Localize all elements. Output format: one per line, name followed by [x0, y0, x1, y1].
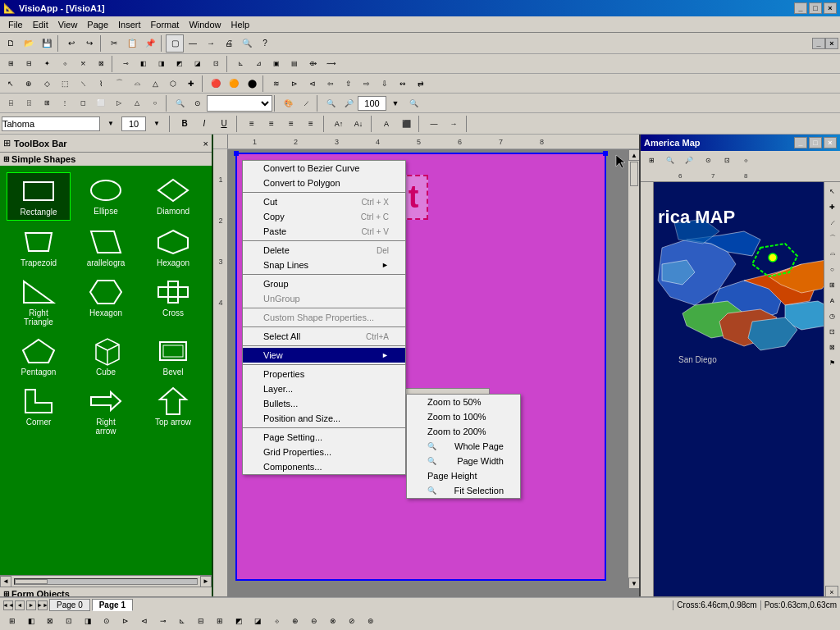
tb3-9[interactable]: △: [146, 75, 164, 93]
btb-2[interactable]: ◧: [22, 612, 40, 630]
tb2-4[interactable]: ⟐: [56, 55, 74, 73]
tb3-14[interactable]: ⬤: [243, 75, 261, 93]
map-rt-12[interactable]: ⚑: [825, 355, 840, 370]
tb4-9[interactable]: ○: [146, 94, 164, 112]
arrow-button[interactable]: →: [202, 34, 220, 52]
tb3-16[interactable]: ⊳: [285, 75, 304, 93]
btb-7[interactable]: ⊳: [116, 612, 135, 630]
cm-properties[interactable]: Properties: [243, 367, 405, 381]
cm-copy[interactable]: Copy Ctrl + C: [243, 209, 405, 224]
cm-components[interactable]: Components...: [243, 459, 405, 474]
btb-14[interactable]: ◪: [249, 612, 267, 630]
font-size-dropdown[interactable]: ▼: [148, 115, 166, 133]
btb-9[interactable]: ⊸: [154, 612, 172, 630]
tb4-fill[interactable]: 🎨: [279, 94, 297, 112]
cm-snap-lines[interactable]: Snap Lines ►: [243, 258, 405, 272]
map-rt-3[interactable]: ⟋: [825, 215, 840, 230]
menu-file[interactable]: File: [3, 18, 28, 31]
page-nav-next[interactable]: ►: [26, 600, 36, 610]
tb3-19[interactable]: ⇧: [340, 75, 358, 93]
cm-grid-properties[interactable]: Grid Properties...: [243, 445, 405, 459]
tb3-11[interactable]: ✚: [182, 75, 200, 93]
map-tb-6[interactable]: ⟐: [737, 151, 755, 169]
shape-cube[interactable]: Cube: [74, 333, 138, 380]
btb-15[interactable]: ⟐: [267, 612, 285, 630]
tb3-7[interactable]: ⌒: [110, 75, 128, 93]
tb3-5[interactable]: ⟍: [74, 75, 92, 93]
align-justify[interactable]: ≡: [302, 115, 320, 133]
tb2-8[interactable]: ◧: [135, 55, 153, 73]
shape-rectangle[interactable]: Rectangle: [7, 172, 71, 221]
undo-button[interactable]: ↩: [62, 34, 80, 52]
close-button[interactable]: ×: [824, 2, 837, 14]
tb4-7[interactable]: ▷: [110, 94, 128, 112]
cm-convert-bezier[interactable]: Convert to Bezier Curve: [243, 161, 405, 176]
cm-view[interactable]: View ►: [243, 348, 405, 363]
btb-12[interactable]: ⊞: [211, 612, 229, 630]
tb4-3[interactable]: ⊞: [38, 94, 56, 112]
map-tb-2[interactable]: 🔍: [661, 151, 679, 169]
tb2-14[interactable]: ⊿: [249, 55, 267, 73]
sm-page-width[interactable]: 🔍 Page Width: [407, 454, 520, 468]
tb3-17[interactable]: ⊲: [304, 75, 322, 93]
sm-zoom-50[interactable]: Zoom to 50%: [407, 395, 520, 409]
tb4-6[interactable]: ⬜: [92, 94, 110, 112]
page-nav-first[interactable]: ◄◄: [3, 600, 13, 610]
menu-page[interactable]: Page: [82, 18, 113, 31]
map-rt-9[interactable]: ◷: [825, 308, 840, 323]
tb3-1[interactable]: ↖: [2, 75, 20, 93]
tb2-9[interactable]: ◨: [153, 55, 171, 73]
font-size-input[interactable]: [121, 116, 146, 131]
cm-bullets[interactable]: Bullets...: [243, 396, 405, 411]
tb2-3[interactable]: ✦: [38, 55, 56, 73]
cm-group[interactable]: Group: [243, 276, 405, 291]
page-tab-1[interactable]: Page 1: [92, 599, 133, 611]
btb-20[interactable]: ⊚: [362, 612, 380, 630]
shape-diamond[interactable]: Diamond: [141, 172, 205, 221]
cm-position-size[interactable]: Position and Size...: [243, 411, 405, 426]
menu-help[interactable]: Help: [226, 18, 255, 31]
tb3-13[interactable]: 🟠: [225, 75, 243, 93]
tb4-5[interactable]: ◻: [74, 94, 92, 112]
tb3-10[interactable]: ⬡: [164, 75, 182, 93]
btb-19[interactable]: ⊘: [343, 612, 361, 630]
scroll-right[interactable]: ►: [200, 576, 212, 587]
tb3-22[interactable]: ↭: [394, 75, 412, 93]
zoom-menu[interactable]: 🔍: [404, 94, 422, 112]
btb-6[interactable]: ⊙: [98, 612, 116, 630]
tb4-1[interactable]: ⌸: [2, 94, 20, 112]
tb4-line[interactable]: ⟋: [297, 94, 315, 112]
map-minimize[interactable]: _: [794, 137, 807, 148]
menu-view[interactable]: View: [53, 18, 83, 31]
simple-shapes-header[interactable]: ⊞ Simple Shapes: [0, 153, 212, 166]
shape-hexagon2[interactable]: Hexagon: [74, 274, 138, 330]
italic-button[interactable]: I: [195, 115, 213, 133]
map-tb-5[interactable]: ⊡: [718, 151, 736, 169]
tb3-2[interactable]: ⊕: [20, 75, 38, 93]
tb2-16[interactable]: ▤: [285, 55, 304, 73]
line-end[interactable]: →: [445, 115, 463, 133]
font-bigger[interactable]: A↑: [330, 115, 348, 133]
zoom-in[interactable]: 🔎: [340, 94, 358, 112]
sm-fit-selection[interactable]: 🔍 Fit Selection: [407, 483, 520, 498]
cm-convert-polygon[interactable]: Convert to Polygon: [243, 176, 405, 190]
map-tb-3[interactable]: 🔎: [680, 151, 698, 169]
tb2-7[interactable]: ⊸: [116, 55, 135, 73]
vscrollbar[interactable]: ▲ ▼: [628, 149, 639, 589]
btb-1[interactable]: ⊞: [3, 612, 21, 630]
sm-zoom-100[interactable]: Zoom to 100%: [407, 409, 520, 424]
menu-insert[interactable]: Insert: [113, 18, 146, 31]
cm-select-all[interactable]: Select All Ctrl+A: [243, 329, 405, 344]
vscroll-up[interactable]: ▲: [628, 149, 639, 161]
tb4-8[interactable]: △: [128, 94, 146, 112]
map-rt-7[interactable]: ⊞: [825, 277, 840, 292]
sm-zoom-200[interactable]: Zoom to 200%: [407, 424, 520, 439]
zoom-apply[interactable]: ▼: [386, 94, 404, 112]
menu-window[interactable]: Window: [184, 18, 226, 31]
align-left[interactable]: ≡: [243, 115, 261, 133]
font-name-input[interactable]: [2, 116, 100, 131]
scrollbar-thumb[interactable]: [15, 579, 48, 584]
font-name-dropdown[interactable]: ▼: [102, 115, 120, 133]
menu-format[interactable]: Format: [146, 18, 185, 31]
preview-button[interactable]: 🔍: [238, 34, 256, 52]
